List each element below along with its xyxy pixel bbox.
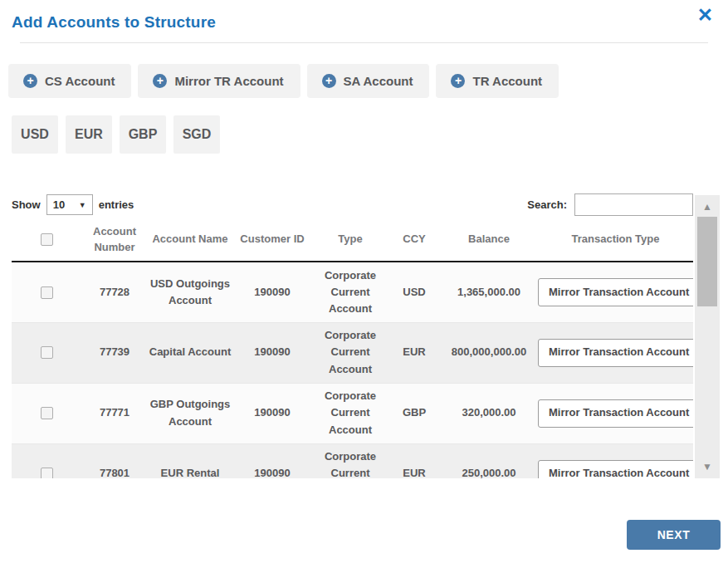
cell-customer-id: 190090	[232, 443, 312, 478]
currency-filter-usd[interactable]: USD	[12, 115, 58, 154]
table-row: 77801 EUR Rental 190090 Corporate Curren…	[12, 443, 693, 478]
accounts-table: Account Number Account Name Customer ID …	[12, 218, 693, 478]
accounts-table-area: Show 10 ▼ entries Search: Account Number	[12, 193, 720, 478]
cell-customer-id: 190090	[232, 262, 312, 322]
page-size-select[interactable]: 10 ▼	[46, 194, 93, 215]
scroll-down-icon[interactable]: ▼	[695, 458, 720, 475]
cell-account-name: USD Outgoings Account	[148, 262, 232, 322]
cell-ccy: EUR	[388, 322, 440, 383]
cell-balance: 1,365,000.00	[440, 262, 538, 322]
next-button[interactable]: NEXT	[627, 520, 721, 550]
page-title: Add Accounts to Structure	[12, 13, 716, 32]
cell-balance: 320,000.00	[440, 383, 538, 443]
scroll-up-icon[interactable]: ▲	[695, 198, 720, 215]
cell-type: Corporate Current Account	[312, 443, 388, 478]
header-ccy: CCY	[388, 218, 440, 262]
transaction-type-value: Mirror Transaction Account	[549, 344, 689, 360]
transaction-type-select[interactable]: Mirror Transaction Account ▼	[538, 339, 693, 367]
cell-ccy: USD	[388, 262, 440, 322]
table-scroll-viewport: Account Number Account Name Customer ID …	[12, 218, 693, 478]
close-icon[interactable]: ✕	[697, 3, 713, 27]
currency-filter-sgd[interactable]: SGD	[173, 115, 220, 154]
cell-balance: 250,000.00	[440, 443, 538, 478]
page-length-control: Show 10 ▼ entries	[12, 194, 134, 215]
currency-filter-row: USD EUR GBP SGD	[12, 115, 728, 154]
cell-account-number: 77801	[81, 443, 148, 478]
cell-account-number: 77739	[81, 322, 148, 383]
cell-balance: 800,000,000.00	[440, 322, 538, 383]
add-mirror-tr-account-label: Mirror TR Account	[174, 74, 283, 88]
table-row: 77771 GBP Outgoings Account 190090 Corpo…	[12, 383, 693, 443]
transaction-type-select[interactable]: Mirror Transaction Account ▼	[538, 460, 693, 479]
header-type: Type	[312, 218, 388, 262]
select-all-checkbox[interactable]	[41, 233, 53, 246]
cell-account-number: 77728	[81, 262, 148, 322]
transaction-type-select[interactable]: Mirror Transaction Account ▼	[538, 278, 693, 306]
page-size-value: 10	[53, 198, 65, 211]
header-account-number: Account Number	[81, 218, 148, 262]
row-checkbox[interactable]	[41, 468, 53, 478]
cell-type: Corporate Current Account	[312, 383, 388, 443]
transaction-type-value: Mirror Transaction Account	[549, 465, 689, 478]
add-sa-account-button[interactable]: + SA Account	[307, 64, 430, 98]
cell-account-name: Capital Account	[148, 322, 232, 383]
add-tr-account-button[interactable]: + TR Account	[436, 64, 559, 98]
cell-account-number: 77771	[81, 383, 148, 443]
header-divider	[20, 42, 708, 43]
search-input[interactable]	[574, 193, 693, 216]
row-checkbox[interactable]	[41, 407, 53, 419]
search-label: Search:	[527, 198, 567, 211]
cell-ccy: GBP	[388, 383, 440, 443]
table-header-row: Account Number Account Name Customer ID …	[12, 218, 693, 262]
add-cs-account-button[interactable]: + CS Account	[8, 64, 131, 98]
table-row: 77739 Capital Account 190090 Corporate C…	[12, 322, 693, 383]
plus-icon: +	[322, 74, 336, 88]
show-label: Show	[12, 198, 41, 211]
cell-type: Corporate Current Account	[312, 262, 388, 322]
header-transaction-type: Transaction Type	[538, 218, 693, 262]
add-cs-account-label: CS Account	[45, 74, 115, 88]
cell-account-name: GBP Outgoings Account	[148, 383, 232, 443]
plus-icon: +	[23, 74, 37, 88]
currency-filter-gbp[interactable]: GBP	[120, 115, 166, 154]
transaction-type-value: Mirror Transaction Account	[549, 404, 689, 421]
table-controls: Show 10 ▼ entries Search:	[12, 193, 693, 216]
cell-customer-id: 190090	[232, 322, 312, 383]
add-mirror-tr-account-button[interactable]: + Mirror TR Account	[138, 64, 300, 98]
cell-customer-id: 190090	[232, 383, 312, 443]
vertical-scrollbar[interactable]: ▲ ▼	[695, 195, 720, 478]
header-balance: Balance	[440, 218, 538, 262]
plus-icon: +	[451, 74, 465, 88]
cell-type: Corporate Current Account	[312, 322, 388, 383]
modal-header: Add Accounts to Structure	[0, 0, 728, 43]
cell-ccy: EUR	[388, 443, 440, 478]
account-type-button-row: + CS Account + Mirror TR Account + SA Ac…	[8, 64, 728, 98]
add-sa-account-label: SA Account	[344, 74, 413, 88]
table-row: 77728 USD Outgoings Account 190090 Corpo…	[12, 262, 693, 322]
row-checkbox[interactable]	[41, 286, 53, 299]
cell-account-name: EUR Rental	[148, 443, 232, 478]
entries-label: entries	[99, 198, 134, 211]
scrollbar-thumb[interactable]	[697, 217, 717, 306]
chevron-down-icon: ▼	[79, 201, 86, 209]
transaction-type-select[interactable]: Mirror Transaction Account ▼	[538, 399, 693, 428]
transaction-type-value: Mirror Transaction Account	[549, 284, 689, 301]
search-control: Search:	[527, 193, 693, 216]
add-tr-account-label: TR Account	[472, 74, 542, 88]
currency-filter-eur[interactable]: EUR	[66, 115, 112, 154]
header-account-name: Account Name	[148, 218, 232, 262]
plus-icon: +	[153, 74, 167, 88]
row-checkbox[interactable]	[41, 346, 53, 359]
header-customer-id: Customer ID	[232, 218, 312, 262]
